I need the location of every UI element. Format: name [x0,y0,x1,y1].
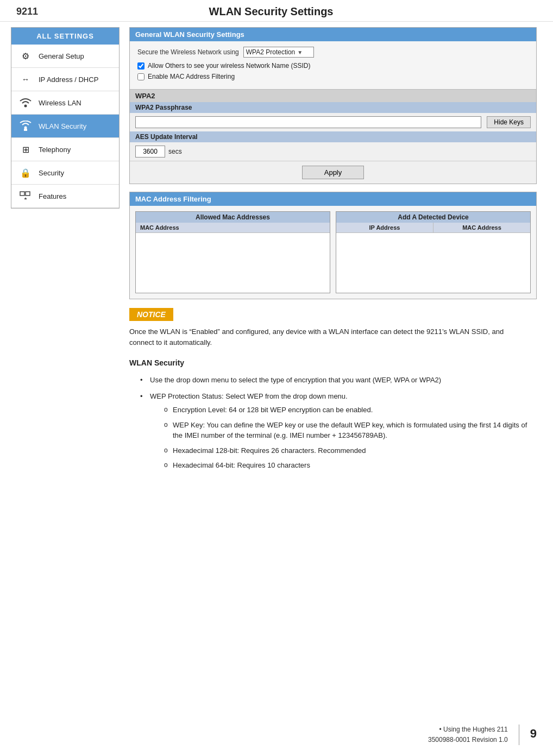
sidebar-item-general-setup[interactable]: ⚙ General Setup [11,45,119,68]
wlan-security-heading: WLAN Security [129,358,537,367]
notice-badge: NOTICE [129,308,173,321]
wlan-security-bullets: Use the drop down menu to select the typ… [140,375,537,471]
mac-address-panel: MAC Address Filtering Allowed Mac Addres… [129,192,537,299]
detected-mac-body [336,233,530,293]
hide-keys-button[interactable]: Hide Keys [487,116,531,128]
sub-list-item: Hexadecimal 128-bit: Requires 26 charact… [163,445,537,456]
detected-device-header: Add A Detected Device [336,212,530,223]
sidebar-item-label: Features [39,192,66,200]
allowed-mac-header: Allowed Mac Addresses [136,212,330,223]
sub-bullet-text: Hexadecimal 128-bit: Requires 26 charact… [173,446,366,455]
ip-address-col-header: IP Address [336,223,433,233]
sub-bullet-text: Encryption Level: 64 or 128 bit WEP encr… [173,406,373,414]
mac-address-col-header: MAC Address [433,223,530,233]
mac-panel-body: Allowed Mac Addresses MAC Address Add A … [130,206,536,299]
detected-device-table: Add A Detected Device IP Address MAC Add… [336,211,531,293]
sub-list-item: Hexadecimal 64-bit: Requires 10 characte… [163,460,537,471]
lock-icon: 🔒 [18,166,33,179]
allow-ssid-label: Allow Others to see your wireless Networ… [148,62,310,70]
sub-list-item: WEP Key: You can define the WEP key or u… [163,420,537,441]
sidebar-item-security[interactable]: 🔒 Security [11,161,119,185]
wlan-security-icon [18,119,33,133]
secure-network-label: Secure the Wireless Network using [137,48,239,56]
wpa2-passphrase-label: WPA2 Passphrase [130,102,536,113]
page-footer: • Using the Hughes 211 3500988-0001 Revi… [428,724,537,745]
sub-bullets: Encryption Level: 64 or 128 bit WEP encr… [163,405,537,471]
aes-input[interactable] [135,146,165,158]
passphrase-row: Hide Keys [130,113,536,131]
svg-rect-3 [20,192,24,196]
sidebar-item-wlan-security[interactable]: WLAN Security [11,115,119,138]
svg-marker-5 [24,197,27,200]
bullet-text: WEP Protection Status: Select WEP from t… [150,392,348,400]
star-icon [18,190,33,203]
sub-list-item: Encryption Level: 64 or 128 bit WEP encr… [163,405,537,415]
aes-secs-label: secs [168,148,182,155]
sidebar-item-wireless-lan[interactable]: Wireless LAN [11,91,119,115]
footer-line1: • Using the Hughes 211 [428,724,508,735]
sidebar-item-telephony[interactable]: ⊞ Telephony [11,138,119,161]
apply-button[interactable]: Apply [302,166,365,179]
passphrase-input[interactable] [135,116,481,128]
sub-bullet-text: WEP Key: You can define the WEP key or u… [173,421,527,440]
sidebar-item-label: IP Address / DHCP [39,75,98,84]
wireless-icon [18,96,33,109]
sidebar-item-features[interactable]: Features [11,185,119,208]
telephony-icon: ⊞ [18,143,33,156]
sidebar-item-label: General Setup [39,52,84,60]
bullet-text: Use the drop down menu to select the typ… [150,376,441,384]
allowed-mac-body [136,233,330,293]
gear-icon: ⚙ [18,49,33,62]
aes-row: secs [130,142,536,161]
enable-mac-filter-label: Enable MAC Address Filtering [148,73,235,80]
apply-row: Apply [130,161,536,184]
sidebar-item-label: WLAN Security [39,122,86,130]
general-wlan-title: General WLAN Security Settings [130,28,536,41]
dropdown-value: WPA2 Protection [246,48,295,56]
sidebar-item-label: Security [39,169,64,177]
svg-point-1 [24,127,27,129]
svg-point-0 [24,105,27,108]
page-number: 9 [530,724,537,741]
security-type-dropdown[interactable]: WPA2 Protection ▼ [243,47,314,58]
notice-text: Once the WLAN is “Enabled” and configure… [129,326,510,348]
page-title: WLAN Security Settings [209,5,334,18]
svg-rect-4 [26,192,30,196]
aes-label: AES Update Interval [130,131,536,142]
list-item: Use the drop down menu to select the typ… [140,375,537,386]
enable-mac-filter-checkbox[interactable] [137,73,144,80]
allowed-mac-table: Allowed Mac Addresses MAC Address [135,211,330,293]
footer-divider [519,724,519,745]
list-item: WEP Protection Status: Select WEP from t… [140,391,537,471]
main-content: General WLAN Security Settings Secure th… [129,27,537,476]
sidebar-item-ip-address[interactable]: ↔ IP Address / DHCP [11,68,119,91]
footer-text: • Using the Hughes 211 3500988-0001 Revi… [428,724,508,745]
sidebar-header: ALL SETTINGS [11,28,119,45]
sidebar-item-label: Telephony [39,146,71,154]
wpa2-section-label: WPA2 [130,89,536,102]
sub-bullet-text: Hexadecimal 64-bit: Requires 10 characte… [173,461,310,469]
sidebar-item-label: Wireless LAN [39,99,81,107]
arrows-icon: ↔ [18,73,33,86]
mac-panel-title: MAC Address Filtering [130,192,536,206]
allowed-mac-col-header: MAC Address [136,223,330,233]
sidebar: ALL SETTINGS ⚙ General Setup ↔ IP Addres… [11,27,120,209]
general-wlan-panel: General WLAN Security Settings Secure th… [129,27,537,184]
detected-col-headers: IP Address MAC Address [336,223,530,233]
svg-rect-2 [24,129,27,131]
allow-ssid-checkbox[interactable] [137,62,144,70]
footer-line2: 3500988-0001 Revision 1.0 [428,735,508,745]
chevron-down-icon: ▼ [297,49,303,55]
device-number: 9211 [16,6,38,17]
